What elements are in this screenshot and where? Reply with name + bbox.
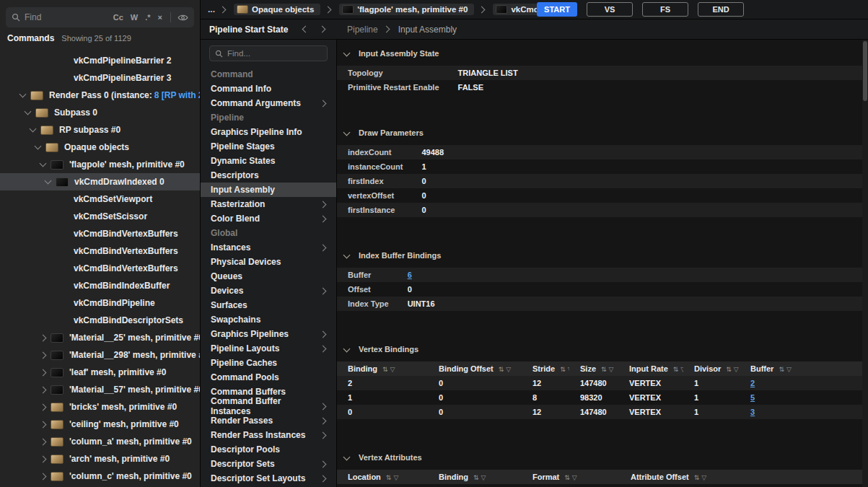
sort-icon[interactable]: ⇅	[473, 474, 481, 481]
nav-item-swapchains[interactable]: Swapchains	[201, 312, 336, 327]
nav-search-input[interactable]: Find...	[209, 45, 328, 61]
chevron-right-icon[interactable]	[40, 473, 47, 480]
tree-item-vkcmdbindvertexbuffers[interactable]: vkCmdBindVertexBuffers	[0, 242, 200, 260]
tree-item-vkcmdbinddescriptorsets[interactable]: vkCmdBindDescriptorSets	[0, 312, 200, 329]
chevron-down-icon[interactable]	[35, 143, 42, 150]
search-input[interactable]: Find Cc W .* ×	[6, 7, 194, 27]
nav-item-command-info[interactable]: Command Info	[201, 82, 336, 96]
tree-item-subpass-0[interactable]: Subpass 0	[0, 104, 200, 121]
tree-item-column-a-mesh-primitive-0[interactable]: 'column_a' mesh, primitive #0	[0, 433, 200, 450]
tree-item-material-298-mesh-primitive-0[interactable]: 'Material__298' mesh, primitive #0	[0, 346, 200, 364]
sort-icon[interactable]: ⇅	[564, 474, 572, 481]
column-header-format[interactable]: Format⇅▽	[522, 470, 620, 484]
sort-icon[interactable]: ⇅	[694, 474, 702, 481]
chevron-right-icon[interactable]	[40, 455, 47, 462]
nav-item-graphics-pipeline-info[interactable]: Graphics Pipeline Info	[201, 125, 336, 139]
state-breadcrumb-root[interactable]: Pipeline	[347, 25, 378, 35]
chevron-right-icon[interactable]	[40, 334, 47, 341]
nav-item-command-buffer-instances[interactable]: Command Buffer Instances	[201, 399, 336, 413]
column-header-location[interactable]: Location⇅▽	[337, 470, 428, 484]
filter-icon[interactable]: ▽	[786, 366, 794, 373]
nav-item-command-pools[interactable]: Command Pools	[201, 370, 336, 385]
chevron-right-icon[interactable]	[40, 421, 47, 428]
tree-item-vkcmdbindpipeline[interactable]: vkCmdBindPipeline	[0, 294, 200, 312]
nav-item-descriptors[interactable]: Descriptors	[201, 168, 336, 183]
vs-button[interactable]: VS	[587, 2, 633, 17]
tree-item-vkcmdsetviewport[interactable]: vkCmdSetViewport	[0, 190, 200, 208]
column-header-input-rate[interactable]: Input Rate⇅▽	[618, 361, 683, 376]
tree-item-arch-mesh-primitive-0[interactable]: 'arch' mesh, primitive #0	[0, 450, 200, 468]
fs-button[interactable]: FS	[642, 2, 688, 17]
column-header-binding-offset[interactable]: Binding Offset⇅▽	[428, 361, 522, 376]
start-button[interactable]: START	[537, 2, 577, 17]
breadcrumb-item-flagpole-mesh-primitive-0[interactable]: 'flagpole' mesh, primitive #0	[339, 4, 474, 15]
tree-item-opaque-objects[interactable]: Opaque objects	[0, 139, 200, 156]
tree-item-column-c-mesh-primitive-0[interactable]: 'column_c' mesh, primitive #0	[0, 468, 200, 485]
nav-item-render-pass-instances[interactable]: Render Pass Instances	[201, 428, 336, 442]
column-header-divisor[interactable]: Divisor⇅▽	[683, 361, 740, 376]
tree-item-vkcmdpipelinebarrier-3[interactable]: vkCmdPipelineBarrier 3	[0, 69, 200, 87]
breadcrumb-item-vkcmddrawindexed-0[interactable]: vkCmdDrawIndexed 0	[493, 4, 537, 15]
filter-icon[interactable]: ▽	[506, 366, 513, 373]
nav-item-input-assembly[interactable]: Input Assembly	[201, 183, 336, 197]
filter-icon[interactable]: ▽	[609, 366, 616, 373]
nav-item-devices[interactable]: Devices	[201, 284, 336, 298]
filter-icon[interactable]: ▽	[481, 474, 488, 481]
sort-icon[interactable]: ⇅	[726, 366, 734, 373]
tree-item-bricks-mesh-primitive-0[interactable]: 'bricks' mesh, primitive #0	[0, 398, 200, 416]
tree-item-leaf-mesh-primitive-0[interactable]: 'leaf' mesh, primitive #0	[0, 364, 200, 381]
nav-item-descriptor-pools[interactable]: Descriptor Pools	[201, 442, 336, 457]
tree-item-ceiling-mesh-primitive-0[interactable]: 'ceiling' mesh, primitive #0	[0, 416, 200, 433]
sort-icon[interactable]: ⇅	[386, 474, 394, 481]
sort-icon[interactable]: ⇅	[601, 366, 609, 373]
end-button[interactable]: END	[698, 2, 744, 17]
filter-icon[interactable]: ▽	[393, 474, 400, 481]
chevron-right-icon[interactable]	[40, 351, 47, 359]
nav-item-queues[interactable]: Queues	[201, 269, 336, 284]
column-header-buffer[interactable]: Buffer⇅▽	[740, 361, 868, 376]
tree-item-vkcmddrawindexed-0[interactable]: vkCmdDrawIndexed 0	[0, 173, 200, 190]
tree-item-vkcmdsetscissor[interactable]: vkCmdSetScissor	[0, 208, 200, 225]
nav-item-physical-devices[interactable]: Physical Devices	[201, 255, 336, 269]
sort-icon[interactable]: ⇅	[673, 366, 681, 373]
match-case-toggle[interactable]: Cc	[112, 13, 125, 22]
chevron-down-icon[interactable]	[343, 251, 351, 258]
column-header-binding[interactable]: Binding⇅▽	[428, 470, 522, 484]
sort-icon[interactable]: ⇅	[560, 366, 568, 373]
sort-icon[interactable]: ⇅	[382, 366, 390, 373]
nav-item-descriptor-set-layouts[interactable]: Descriptor Set Layouts	[201, 471, 336, 486]
filter-icon[interactable]: ▽	[568, 366, 569, 373]
section-header-vertex-bindings[interactable]: Vertex Bindings	[337, 341, 868, 357]
tree-item-vkcmdbindindexbuffer[interactable]: vkCmdBindIndexBuffer	[0, 277, 200, 294]
tree-item-vkcmdbindvertexbuffers[interactable]: vkCmdBindVertexBuffers	[0, 260, 200, 277]
filter-icon[interactable]: ▽	[701, 474, 709, 481]
tree-item-material-57-mesh-primitive-0[interactable]: 'Material__57' mesh, primitive #0	[0, 381, 200, 398]
nav-item-surfaces[interactable]: Surfaces	[201, 298, 336, 312]
regex-toggle[interactable]: .*	[144, 13, 152, 22]
nav-item-pipeline-stages[interactable]: Pipeline Stages	[201, 139, 336, 154]
visibility-eye-icon[interactable]	[177, 14, 188, 22]
filter-icon[interactable]: ▽	[680, 366, 683, 373]
buffer-link[interactable]: 2	[750, 379, 755, 387]
nav-item-instances[interactable]: Instances	[201, 240, 336, 255]
buffer-link[interactable]: 3	[750, 408, 755, 416]
sort-icon[interactable]: ⇅	[499, 366, 507, 373]
buffer-link[interactable]: 6	[408, 268, 868, 282]
filter-icon[interactable]: ▽	[734, 366, 740, 373]
breadcrumb-overflow[interactable]: ...	[208, 4, 215, 14]
chevron-right-icon[interactable]	[40, 369, 47, 376]
section-header-input-assembly-state[interactable]: Input Assembly State	[337, 45, 868, 61]
column-header-attribute-offset[interactable]: Attribute Offset⇅▽	[620, 470, 868, 484]
chevron-down-icon[interactable]	[19, 91, 27, 98]
tree-item-render-pass-0-instance[interactable]: Render Pass 0 (instance:8 [RP with 2 sub	[0, 87, 200, 104]
tree-item-material-25-mesh-primitive-0[interactable]: 'Material__25' mesh, primitive #0	[0, 329, 200, 346]
clear-search-button[interactable]: ×	[157, 13, 164, 22]
sort-icon[interactable]: ⇅	[779, 366, 786, 373]
tree-item-rp-subpass-0[interactable]: RP subpass #0	[0, 121, 200, 139]
whole-word-toggle[interactable]: W	[129, 13, 139, 22]
breadcrumb-item-opaque-objects[interactable]: Opaque objects	[234, 4, 320, 15]
nav-item-color-blend[interactable]: Color Blend	[201, 211, 336, 226]
section-header-draw-parameters[interactable]: Draw Parameters	[337, 125, 868, 141]
chevron-down-icon[interactable]	[343, 49, 351, 56]
column-header-stride[interactable]: Stride⇅▽	[522, 361, 569, 376]
